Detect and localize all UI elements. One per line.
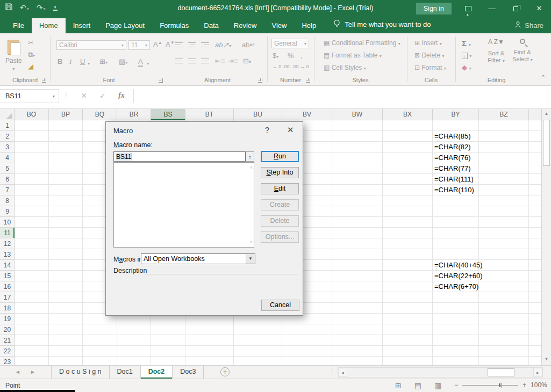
share-button[interactable]: Share: [514, 21, 543, 30]
align-top-icon[interactable]: [175, 41, 183, 50]
row-header-4[interactable]: 4: [0, 153, 15, 163]
font-name-combo[interactable]: Calibri▾: [56, 40, 126, 50]
column-header-bv[interactable]: BV: [282, 109, 332, 120]
autosum-icon[interactable]: Σ ▾: [462, 39, 471, 48]
font-color-dropdown-icon[interactable]: ▾: [147, 59, 149, 67]
row-header-5[interactable]: 5: [0, 163, 15, 174]
number-dialog-launcher-icon[interactable]: [306, 78, 310, 83]
normal-view-icon[interactable]: ⊞: [395, 381, 402, 390]
row-header-20[interactable]: 20: [0, 324, 15, 335]
list-scroll-up-icon[interactable]: ˄: [250, 165, 253, 170]
zoom-in-icon[interactable]: +: [523, 381, 526, 389]
cell-BY2[interactable]: =CHAR(85): [433, 131, 471, 142]
column-header-bo[interactable]: BO: [15, 109, 49, 120]
macro-name-input[interactable]: BS11: [113, 151, 246, 162]
ribbon-tab-formulas[interactable]: Formulas: [152, 18, 196, 33]
zoom-out-icon[interactable]: −: [454, 381, 458, 389]
scroll-left-icon[interactable]: ◄: [338, 368, 347, 377]
align-center-icon[interactable]: [188, 57, 196, 67]
tell-me-box[interactable]: Tell me what you want to do: [333, 19, 431, 33]
cell-BY16[interactable]: =CHAR(6+70): [433, 281, 478, 292]
collapse-ribbon-icon[interactable]: ⌃: [541, 74, 546, 81]
clipboard-dialog-launcher-icon[interactable]: [42, 78, 46, 83]
cut-icon[interactable]: ✂: [28, 39, 34, 47]
scroll-up-icon[interactable]: ▲: [542, 109, 551, 119]
cell-BY15[interactable]: =CHAR(22+60): [433, 271, 483, 281]
row-header-11[interactable]: 11: [0, 228, 15, 238]
comma-icon[interactable]: ,: [300, 52, 303, 60]
row-header-16[interactable]: 16: [0, 281, 15, 292]
underline-dropdown-icon[interactable]: ▾: [88, 59, 90, 67]
sheet-tab-doc2[interactable]: Doc2: [141, 366, 173, 379]
cell-BY3[interactable]: =CHAR(82): [433, 142, 471, 153]
row-header-12[interactable]: 12: [0, 238, 15, 249]
delete-button[interactable]: Delete: [261, 215, 299, 227]
sheet-next-icon[interactable]: ►: [30, 369, 35, 375]
create-button[interactable]: Create: [261, 199, 299, 210]
cell-BY7[interactable]: =CHAR(110): [433, 185, 474, 195]
macro-list[interactable]: ˄ ˅: [113, 162, 254, 248]
merge-center-icon[interactable]: ⊟▾: [243, 57, 251, 65]
orientation-icon[interactable]: ab↗▾: [215, 41, 231, 49]
enter-entry-icon[interactable]: ✓: [99, 91, 106, 100]
column-header-by[interactable]: BY: [433, 109, 479, 120]
zoom-slider-thumb[interactable]: [499, 383, 500, 387]
row-header-3[interactable]: 3: [0, 142, 15, 153]
decrease-indent-icon[interactable]: ⇤≡: [215, 57, 225, 65]
ribbon-tab-file[interactable]: File: [5, 18, 32, 33]
row-header-19[interactable]: 19: [0, 314, 15, 324]
ribbon-display-options-icon[interactable]: [456, 0, 480, 17]
column-header-bq[interactable]: BQ: [83, 109, 117, 120]
column-header-bu[interactable]: BU: [234, 109, 282, 120]
format-cells-button[interactable]: ⊡ Format ▾: [414, 64, 446, 71]
row-header-18[interactable]: 18: [0, 303, 15, 314]
cell-BY14[interactable]: =CHAR(40+45): [433, 260, 483, 271]
delete-cells-button[interactable]: ⊠ Delete ▾: [414, 52, 444, 59]
clear-icon[interactable]: ◆ ▾: [462, 63, 471, 71]
align-left-icon[interactable]: [175, 57, 183, 67]
name-box-dropdown-icon[interactable]: ▾: [53, 94, 55, 99]
column-header-bp[interactable]: BP: [49, 109, 83, 120]
fill-icon[interactable]: ↓ ▾: [462, 51, 471, 59]
column-header-bs[interactable]: BS: [151, 109, 185, 120]
cell-styles-button[interactable]: ▥ Cell Styles ▾: [324, 64, 366, 71]
increase-decimal-icon[interactable]: ←.0 .00: [273, 64, 290, 69]
italic-icon[interactable]: I: [69, 57, 71, 66]
font-color-icon[interactable]: A: [138, 57, 143, 67]
sheet-prev-icon[interactable]: ◄: [15, 369, 20, 375]
macro-name-up-button[interactable]: ↑: [246, 151, 254, 162]
format-as-table-button[interactable]: ▤ Format as Table ▾: [324, 52, 382, 59]
list-scroll-down-icon[interactable]: ˅: [250, 239, 253, 245]
options-button[interactable]: Options...: [261, 231, 299, 243]
new-sheet-icon[interactable]: +: [220, 367, 230, 376]
edit-button[interactable]: Edit: [261, 183, 299, 194]
row-header-8[interactable]: 8: [0, 195, 15, 206]
font-size-combo[interactable]: 11▾: [128, 40, 150, 50]
horizontal-scroll-thumb[interactable]: [488, 368, 514, 376]
cancel-button[interactable]: Cancel: [261, 300, 299, 311]
dialog-close-icon[interactable]: ✕: [287, 125, 294, 135]
row-header-15[interactable]: 15: [0, 271, 15, 281]
percent-icon[interactable]: %: [288, 52, 294, 60]
cell-BY5[interactable]: =CHAR(77): [433, 163, 471, 174]
format-painter-icon[interactable]: ◢: [28, 62, 33, 70]
macros-in-dropdown[interactable]: All Open Workbooks ▼: [141, 253, 255, 264]
font-dialog-launcher-icon[interactable]: [159, 78, 163, 83]
borders-icon[interactable]: ⊞▾: [99, 57, 108, 66]
formula-bar-splitter[interactable]: ⋮: [63, 92, 69, 99]
column-header-br[interactable]: BR: [117, 109, 151, 120]
row-header-9[interactable]: 9: [0, 206, 15, 217]
horizontal-scrollbar[interactable]: ◄ ►: [338, 367, 543, 378]
vertical-scroll-thumb[interactable]: [543, 120, 550, 166]
decrease-decimal-icon[interactable]: .00 →.0: [292, 64, 309, 69]
number-format-combo[interactable]: General▾: [271, 39, 309, 48]
scroll-right-icon[interactable]: ►: [533, 368, 542, 377]
bold-icon[interactable]: B: [58, 57, 62, 66]
cell-BY6[interactable]: =CHAR(111): [433, 174, 474, 185]
align-middle-icon[interactable]: [188, 41, 196, 50]
row-header-7[interactable]: 7: [0, 185, 15, 195]
close-button[interactable]: ✕: [527, 0, 551, 17]
cancel-entry-icon[interactable]: ✕: [81, 91, 87, 100]
column-header-bz[interactable]: BZ: [479, 109, 529, 120]
ribbon-tab-page-layout[interactable]: Page Layout: [98, 18, 152, 33]
